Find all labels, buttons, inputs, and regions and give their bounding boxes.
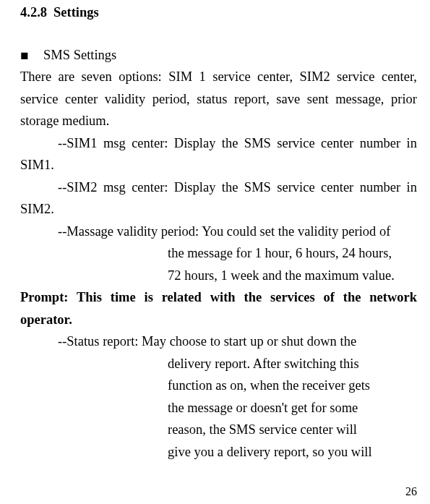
item-status-cont3: the message or doesn't get for some	[20, 397, 417, 419]
section-title: Settings	[53, 5, 99, 20]
intro-paragraph: There are seven options: SIM 1 service c…	[20, 66, 417, 132]
section-heading: 4.2.8Settings	[20, 0, 417, 24]
bullet-title: SMS Settings	[43, 48, 116, 62]
square-bullet-icon: ◼	[20, 47, 29, 64]
item-status-cont4: reason, the SMS service center will	[20, 419, 417, 441]
item-status-cont1: delivery report. After switching this	[20, 353, 417, 375]
item-sim2: --SIM2 msg center: Display the SMS servi…	[20, 176, 417, 221]
item-validity-lead: --Massage validity period: You could set…	[20, 221, 417, 243]
item-status-cont5: give you a delivery report, so you will	[20, 441, 417, 464]
item-status-lead: --Status report: May choose to start up …	[20, 330, 417, 353]
page-number: 26	[405, 485, 417, 498]
prompt-text: Prompt: This time is related with the se…	[20, 286, 417, 330]
item-status-cont2: function as on, when the receiver gets	[20, 375, 417, 397]
section-number: 4.2.8	[20, 1, 53, 24]
bullet-item: ◼SMS Settings	[20, 44, 417, 67]
item-validity-cont1: the message for 1 hour, 6 hours, 24 hour…	[20, 242, 417, 265]
item-validity-cont2: 72 hours, 1 week and the maximum value.	[20, 265, 417, 287]
item-sim1: --SIM1 msg center: Display the SMS servi…	[20, 132, 417, 176]
